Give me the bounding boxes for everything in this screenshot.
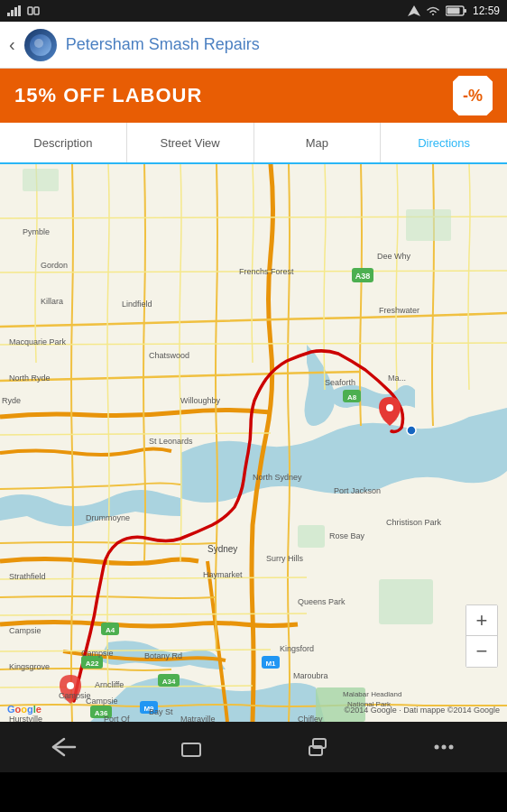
svg-text:Campsie: Campsie (86, 697, 118, 706)
zoom-controls: + − (466, 604, 498, 668)
home-nav-icon (180, 736, 203, 758)
svg-text:M1: M1 (265, 660, 276, 668)
svg-text:Lindfield: Lindfield (122, 300, 152, 309)
svg-text:A38: A38 (355, 272, 371, 281)
svg-text:Freshwater: Freshwater (379, 306, 419, 315)
svg-rect-8 (464, 9, 466, 13)
svg-rect-1 (11, 10, 14, 16)
svg-text:Matraville: Matraville (180, 715, 216, 722)
svg-text:Queens Park: Queens Park (298, 597, 346, 606)
svg-text:Port Of: Port Of (104, 715, 130, 722)
zoom-out-button[interactable]: − (466, 636, 497, 667)
location-icon (408, 5, 420, 16)
promo-banner: 15% OFF LABOUR -% (0, 69, 507, 123)
svg-text:North Ryde: North Ryde (9, 374, 51, 383)
promo-text: 15% OFF LABOUR (14, 84, 202, 107)
wifi-icon (426, 5, 440, 16)
svg-text:Willoughby: Willoughby (180, 396, 221, 405)
bottom-nav (0, 722, 507, 772)
svg-text:Chatswood: Chatswood (149, 351, 189, 360)
more-nav-icon (432, 736, 456, 758)
svg-text:Strathfield: Strathfield (9, 572, 46, 581)
google-logo: Google (7, 704, 41, 715)
svg-rect-0 (7, 13, 10, 16)
promo-badge-icon: -% (463, 87, 483, 106)
svg-rect-9 (447, 8, 459, 14)
svg-text:North Sydney: North Sydney (253, 473, 302, 482)
signal-icon (7, 5, 22, 16)
svg-text:Campsie: Campsie (9, 626, 41, 635)
back-button[interactable]: ‹ (9, 34, 15, 55)
svg-text:Malabar Headland: Malabar Headland (343, 690, 401, 698)
svg-text:Hurstville: Hurstville (9, 715, 42, 722)
svg-point-84 (442, 745, 447, 750)
svg-text:Bay St: Bay St (149, 707, 173, 716)
map-attribution: ©2014 Google · Dati mappe ©2014 Google (345, 706, 500, 715)
svg-text:Port Jackson: Port Jackson (334, 486, 381, 495)
svg-text:Pymble: Pymble (23, 227, 50, 236)
app-title: Petersham Smash Repairs (66, 35, 260, 54)
svg-text:Haymarket: Haymarket (203, 570, 243, 579)
battery-icon (446, 5, 467, 16)
svg-text:A4: A4 (106, 626, 115, 634)
svg-text:Maroubra: Maroubra (293, 671, 328, 680)
svg-text:Christison Park: Christison Park (386, 518, 442, 527)
svg-rect-15 (406, 209, 451, 241)
more-nav-button[interactable] (425, 729, 463, 765)
sim-icon (27, 5, 40, 16)
svg-text:Gordon: Gordon (41, 261, 68, 270)
svg-text:Surry Hills: Surry Hills (266, 554, 304, 563)
svg-rect-12 (298, 525, 325, 548)
back-nav-icon (51, 737, 77, 757)
svg-text:Sydney: Sydney (207, 544, 237, 554)
svg-rect-5 (34, 7, 39, 14)
recent-nav-icon (306, 736, 329, 758)
svg-text:Botany Rd: Botany Rd (144, 651, 182, 660)
status-left-icons (7, 5, 40, 16)
svg-text:Ryde: Ryde (2, 396, 21, 405)
tab-street-view[interactable]: Street View (127, 123, 254, 162)
time-display: 12:59 (473, 5, 500, 17)
svg-text:Macquarie Park: Macquarie Park (9, 337, 67, 346)
svg-rect-14 (23, 169, 59, 191)
status-bar: 12:59 (0, 0, 507, 22)
svg-text:St Leonards: St Leonards (149, 437, 193, 446)
svg-point-85 (449, 745, 454, 750)
tab-description[interactable]: Description (0, 123, 127, 162)
home-nav-button[interactable] (172, 729, 210, 765)
map-area[interactable]: A38 A8 A4 A22 A34 A36 M1 M9 Pymble Gordo… (0, 164, 507, 722)
tab-directions[interactable]: Directions (381, 123, 507, 162)
svg-text:Frenchs Forest: Frenchs Forest (239, 267, 294, 276)
svg-text:Chifley: Chifley (298, 715, 323, 722)
svg-text:A22: A22 (86, 660, 99, 668)
svg-point-83 (435, 745, 439, 750)
tab-map[interactable]: Map (254, 123, 382, 162)
svg-point-19 (67, 682, 74, 689)
map-svg: A38 A8 A4 A22 A34 A36 M1 M9 Pymble Gordo… (0, 164, 507, 722)
zoom-in-button[interactable]: + (466, 605, 497, 636)
svg-text:Kingsford: Kingsford (280, 644, 314, 653)
svg-rect-2 (14, 7, 17, 16)
back-nav-button[interactable] (44, 730, 84, 764)
svg-text:Kingsgrove: Kingsgrove (9, 662, 50, 671)
svg-text:A8: A8 (347, 393, 357, 401)
svg-rect-80 (182, 743, 200, 756)
svg-rect-11 (379, 579, 433, 624)
svg-text:Killara: Killara (41, 297, 63, 306)
svg-point-20 (407, 426, 416, 435)
promo-badge: -% (453, 76, 493, 115)
svg-text:Seaforth: Seaforth (325, 378, 355, 387)
svg-text:Ma...: Ma... (388, 374, 406, 383)
title-bar: ‹ Petersham Smash Repairs (0, 22, 507, 69)
svg-marker-6 (408, 5, 420, 16)
app-logo (24, 29, 57, 61)
svg-text:Campsie: Campsie (81, 649, 114, 658)
recent-nav-button[interactable] (299, 729, 336, 765)
svg-text:Arncliffe: Arncliffe (95, 680, 124, 689)
svg-text:Drummoyne: Drummoyne (86, 513, 130, 522)
svg-text:Rose Bay: Rose Bay (329, 531, 365, 540)
svg-rect-3 (18, 5, 21, 16)
status-right-icons: 12:59 (408, 5, 500, 17)
svg-text:A34: A34 (162, 678, 176, 686)
svg-text:Dee Why: Dee Why (377, 252, 411, 261)
